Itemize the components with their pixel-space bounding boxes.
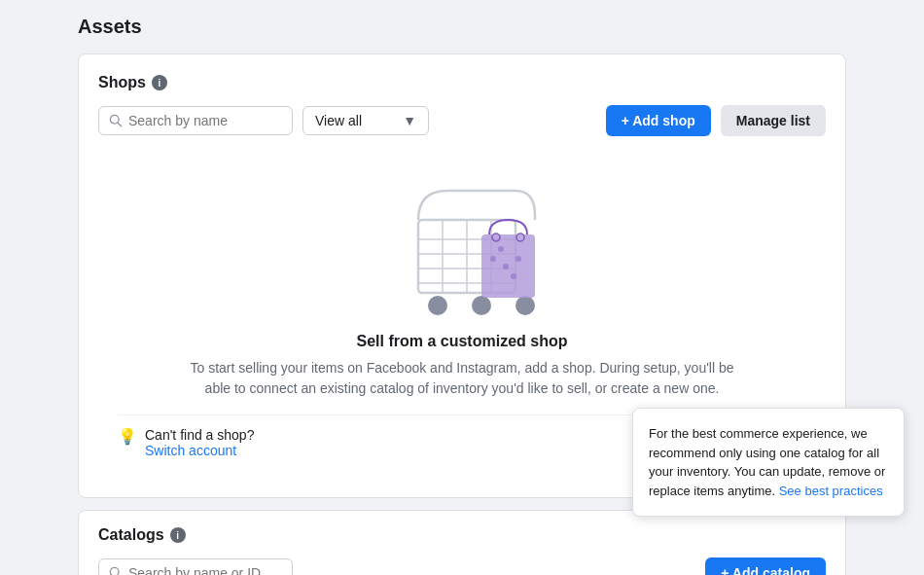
shops-empty-desc: To start selling your items on Facebook …	[180, 358, 744, 399]
shops-help-content: Can't find a shop? Switch account	[145, 427, 254, 458]
svg-point-20	[511, 273, 516, 279]
shops-toolbar: View all ▼ + Add shop Manage list	[98, 105, 826, 136]
add-catalog-button[interactable]: + Add catalog	[705, 557, 826, 575]
page-title: Assets	[19, 16, 905, 38]
cart-illustration	[365, 162, 559, 317]
catalogs-search-input[interactable]	[128, 565, 282, 575]
svg-point-3	[428, 296, 447, 315]
catalogs-toolbar: + Add catalog	[98, 557, 826, 575]
switch-account-link[interactable]: Switch account	[145, 443, 254, 458]
tooltip-panel: For the best commerce experience, we rec…	[632, 408, 905, 517]
svg-point-21	[110, 567, 119, 575]
svg-point-16	[490, 256, 496, 262]
svg-point-17	[503, 264, 509, 270]
shops-search-input[interactable]	[128, 113, 282, 128]
svg-line-1	[118, 123, 122, 126]
manage-list-button[interactable]: Manage list	[721, 105, 826, 136]
svg-point-19	[498, 246, 504, 252]
shops-search-box[interactable]	[98, 106, 293, 135]
shops-empty-title: Sell from a customized shop	[357, 333, 568, 350]
catalogs-info-icon[interactable]: i	[170, 527, 186, 543]
shops-info-icon[interactable]: i	[152, 75, 167, 90]
shops-header: Shops i	[98, 74, 826, 91]
svg-point-5	[515, 296, 535, 315]
chevron-down-icon: ▼	[403, 113, 416, 128]
catalogs-header: Catalogs i	[98, 526, 826, 544]
shops-title: Shops	[98, 74, 146, 91]
search-icon	[109, 114, 123, 127]
catalogs-card: Catalogs i + Add catalog	[78, 510, 846, 575]
svg-point-18	[515, 256, 521, 262]
lightbulb-icon: 💡	[118, 427, 137, 446]
catalogs-search-box[interactable]	[98, 558, 293, 575]
tooltip-link[interactable]: See best practices	[779, 484, 883, 498]
svg-point-4	[472, 296, 491, 315]
catalogs-search-icon	[109, 566, 123, 575]
shops-view-dropdown[interactable]: View all ▼	[302, 106, 429, 135]
add-shop-button[interactable]: + Add shop	[606, 105, 711, 136]
catalogs-title: Catalogs	[98, 526, 164, 544]
shops-help-text: Can't find a shop?	[145, 427, 254, 443]
